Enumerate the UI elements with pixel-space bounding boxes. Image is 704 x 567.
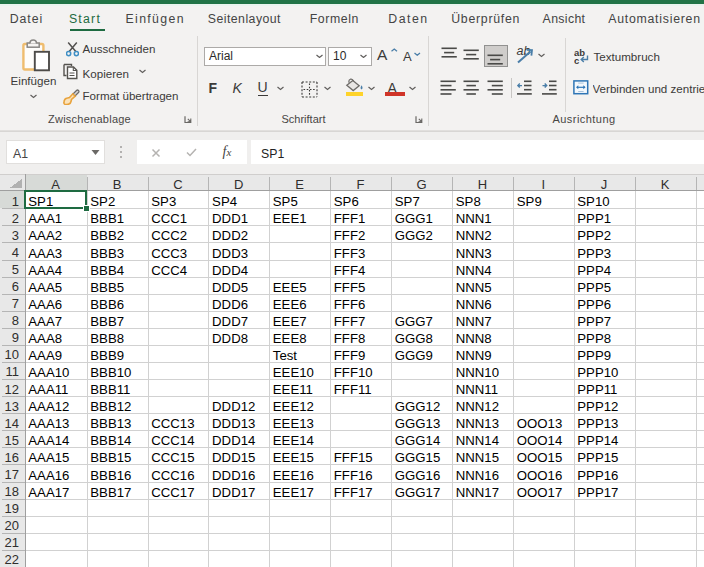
svg-text:8: 8 bbox=[12, 313, 19, 328]
svg-text:SP1: SP1 bbox=[28, 194, 53, 209]
svg-text:GGG17: GGG17 bbox=[395, 485, 440, 500]
svg-text:PPP5: PPP5 bbox=[577, 280, 611, 295]
svg-text:19: 19 bbox=[5, 501, 19, 516]
svg-text:c: c bbox=[574, 54, 579, 64]
svg-text:DDD12: DDD12 bbox=[212, 399, 255, 414]
svg-text:NNN3: NNN3 bbox=[456, 246, 492, 261]
svg-text:SP6: SP6 bbox=[334, 194, 359, 209]
svg-text:NNN9: NNN9 bbox=[456, 348, 492, 363]
svg-text:22: 22 bbox=[5, 552, 19, 567]
svg-text:NNN11: NNN11 bbox=[456, 382, 498, 397]
svg-text:FFF5: FFF5 bbox=[334, 280, 366, 295]
svg-text:SP3: SP3 bbox=[151, 194, 176, 209]
svg-text:DDD14: DDD14 bbox=[212, 433, 255, 448]
svg-text:SP4: SP4 bbox=[212, 194, 237, 209]
svg-text:BBB7: BBB7 bbox=[90, 314, 124, 329]
svg-text:H: H bbox=[478, 177, 487, 192]
svg-text:DDD8: DDD8 bbox=[212, 331, 248, 346]
svg-text:DDD3: DDD3 bbox=[212, 246, 248, 261]
svg-text:AAA10: AAA10 bbox=[28, 365, 69, 380]
svg-text:14: 14 bbox=[5, 416, 19, 431]
svg-text:BBB12: BBB12 bbox=[90, 399, 131, 414]
svg-text:BBB11: BBB11 bbox=[90, 382, 130, 397]
svg-text:PPP7: PPP7 bbox=[577, 314, 611, 329]
svg-text:AAA5: AAA5 bbox=[28, 280, 62, 295]
svg-text:NNN14: NNN14 bbox=[456, 433, 499, 448]
svg-text:16: 16 bbox=[5, 450, 19, 465]
svg-text:AAA7: AAA7 bbox=[28, 314, 62, 329]
svg-text:13: 13 bbox=[5, 399, 19, 414]
svg-text:EEE7: EEE7 bbox=[273, 314, 307, 329]
svg-text:PPP13: PPP13 bbox=[577, 416, 618, 431]
svg-text:C: C bbox=[173, 177, 182, 192]
svg-text:EEE10: EEE10 bbox=[273, 365, 314, 380]
svg-text:PPP6: PPP6 bbox=[577, 297, 611, 312]
svg-text:AAA9: AAA9 bbox=[28, 348, 62, 363]
svg-text:PPP1: PPP1 bbox=[577, 211, 611, 226]
svg-text:B: B bbox=[113, 177, 122, 192]
svg-text:BBB5: BBB5 bbox=[90, 280, 124, 295]
svg-text:FFF10: FFF10 bbox=[334, 365, 373, 380]
svg-text:DDD1: DDD1 bbox=[212, 211, 248, 226]
svg-text:E: E bbox=[295, 177, 304, 192]
svg-text:5: 5 bbox=[12, 262, 19, 277]
svg-text:DDD17: DDD17 bbox=[212, 485, 255, 500]
svg-text:EEE11: EEE11 bbox=[273, 382, 313, 397]
svg-text:FFF1: FFF1 bbox=[334, 211, 366, 226]
svg-text:BBB2: BBB2 bbox=[90, 228, 124, 243]
svg-text:PPP15: PPP15 bbox=[577, 450, 618, 465]
svg-text:21: 21 bbox=[5, 535, 19, 550]
svg-text:SP10: SP10 bbox=[577, 194, 609, 209]
svg-text:NNN16: NNN16 bbox=[456, 468, 499, 483]
svg-text:G: G bbox=[416, 177, 426, 192]
svg-text:FFF15: FFF15 bbox=[334, 450, 373, 465]
svg-text:AAA15: AAA15 bbox=[28, 450, 69, 465]
svg-text:DDD7: DDD7 bbox=[212, 314, 248, 329]
svg-text:BBB14: BBB14 bbox=[90, 433, 131, 448]
svg-text:AAA17: AAA17 bbox=[28, 485, 69, 500]
svg-text:DDD13: DDD13 bbox=[212, 416, 255, 431]
svg-text:J: J bbox=[601, 177, 608, 192]
svg-text:18: 18 bbox=[5, 484, 19, 499]
svg-text:F: F bbox=[357, 177, 365, 192]
svg-text:GGG9: GGG9 bbox=[395, 348, 433, 363]
svg-text:K: K bbox=[661, 177, 670, 192]
svg-text:NNN17: NNN17 bbox=[456, 485, 499, 500]
svg-text:AAA14: AAA14 bbox=[28, 433, 69, 448]
svg-text:PPP16: PPP16 bbox=[577, 468, 618, 483]
svg-text:CCC14: CCC14 bbox=[151, 433, 194, 448]
svg-text:NNN15: NNN15 bbox=[456, 450, 499, 465]
svg-text:BBB4: BBB4 bbox=[90, 263, 124, 278]
svg-text:12: 12 bbox=[5, 382, 19, 397]
svg-text:AAA11: AAA11 bbox=[28, 382, 68, 397]
svg-text:OOO15: OOO15 bbox=[517, 450, 562, 465]
svg-text:PPP10: PPP10 bbox=[577, 365, 618, 380]
svg-text:17: 17 bbox=[5, 467, 19, 482]
svg-text:BBB9: BBB9 bbox=[90, 348, 124, 363]
svg-text:PPP12: PPP12 bbox=[577, 399, 618, 414]
svg-text:GGG14: GGG14 bbox=[395, 433, 440, 448]
svg-text:EEE6: EEE6 bbox=[273, 297, 307, 312]
svg-text:SP2: SP2 bbox=[90, 194, 115, 209]
svg-text:FFF17: FFF17 bbox=[334, 485, 373, 500]
svg-text:AAA12: AAA12 bbox=[28, 399, 69, 414]
svg-text:PPP2: PPP2 bbox=[577, 228, 611, 243]
svg-text:AAA6: AAA6 bbox=[28, 297, 62, 312]
svg-text:NNN5: NNN5 bbox=[456, 280, 492, 295]
svg-text:NNN13: NNN13 bbox=[456, 416, 499, 431]
svg-text:PPP3: PPP3 bbox=[577, 246, 611, 261]
svg-text:NNN1: NNN1 bbox=[456, 211, 492, 226]
svg-text:AAA3: AAA3 bbox=[28, 246, 62, 261]
svg-text:I: I bbox=[541, 177, 545, 192]
svg-text:BBB1: BBB1 bbox=[90, 211, 124, 226]
svg-text:BBB8: BBB8 bbox=[90, 331, 124, 346]
svg-text:GGG15: GGG15 bbox=[395, 450, 440, 465]
svg-text:PPP4: PPP4 bbox=[577, 263, 611, 278]
svg-text:AAA8: AAA8 bbox=[28, 331, 62, 346]
svg-text:FFF8: FFF8 bbox=[334, 331, 366, 346]
svg-text:AAA4: AAA4 bbox=[28, 263, 62, 278]
svg-text:D: D bbox=[234, 177, 243, 192]
svg-text:EEE17: EEE17 bbox=[273, 485, 314, 500]
svg-text:EEE13: EEE13 bbox=[273, 416, 314, 431]
svg-text:BBB16: BBB16 bbox=[90, 468, 131, 483]
